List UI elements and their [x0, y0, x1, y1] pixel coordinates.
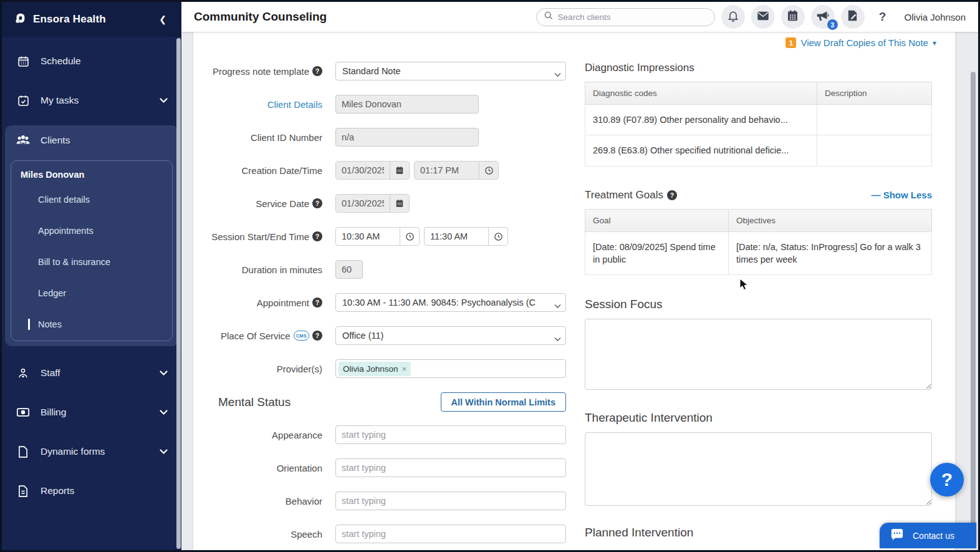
people-icon — [16, 133, 31, 147]
sidebar-item-appointments[interactable]: Appointments — [11, 223, 172, 238]
description-cell — [817, 135, 932, 166]
sidebar-item-ledger[interactable]: Ledger — [11, 286, 172, 301]
sidebar-item-notes[interactable]: Notes — [11, 317, 172, 332]
sidebar-item-label: Clients — [41, 135, 70, 146]
treatment-goals-header: Treatment Goals? — Show Less — [585, 189, 932, 201]
sidebar-item-billing[interactable]: Billing — [2, 398, 181, 427]
behavior-input[interactable] — [335, 491, 566, 510]
sidebar: Ensora Health ❮ Schedule My tasks — [2, 2, 181, 550]
help-icon[interactable]: ? — [312, 198, 322, 208]
chevron-down-icon — [554, 334, 561, 344]
session-end-field[interactable] — [424, 227, 508, 246]
all-within-normal-limits-button[interactable]: All Within Normal Limits — [441, 392, 566, 412]
sidebar-item-staff[interactable]: Staff — [2, 359, 181, 387]
appointment-value: 10:30 AM - 11:30 AM. 90845: Psychoanalys… — [342, 298, 536, 307]
duration-row: Duration in minutes — [193, 260, 567, 279]
calendar-icon[interactable] — [390, 195, 409, 212]
client-details-link[interactable]: Client Details — [267, 99, 322, 110]
contact-us-button[interactable]: Contact us — [880, 523, 976, 548]
client-panel-name: Miles Donovan — [11, 170, 172, 180]
search-input[interactable] — [558, 12, 708, 22]
template-value: Standard Note — [342, 66, 401, 76]
table-row[interactable]: 310.89 (F07.89) Other personality and be… — [585, 105, 932, 135]
document-edit-icon — [847, 9, 858, 24]
appearance-input[interactable] — [335, 425, 566, 444]
view-draft-copies-link[interactable]: 1 View Draft Copies of This Note ▾ — [785, 37, 936, 48]
session-end-input[interactable] — [425, 228, 488, 245]
session-time-row: Session Start/End Time? — [193, 227, 567, 246]
notes-edit-button[interactable] — [841, 5, 865, 29]
user-name[interactable]: Olivia Johnson — [905, 12, 966, 22]
appointment-select[interactable]: 10:30 AM - 11:30 AM. 90845: Psychoanalys… — [335, 293, 566, 312]
table-row[interactable]: 269.8 (E63.8) Other specified nutritiona… — [585, 135, 932, 166]
place-of-service-select[interactable]: Office (11) — [335, 326, 566, 345]
main-scrollbar[interactable] — [971, 72, 976, 546]
goal-cell: [Date: 08/09/2025] Spend time in public — [585, 231, 729, 275]
help-button[interactable]: ? — [871, 5, 895, 29]
sidebar-item-bill-to-insurance[interactable]: Bill to & insurance — [11, 254, 172, 269]
sidebar-item-reports[interactable]: Reports — [2, 477, 181, 505]
note-fields: Progress note template? Standard Note Cl… — [193, 62, 567, 552]
sidebar-item-dynamic-forms[interactable]: Dynamic forms — [2, 437, 181, 466]
client-details-row: Client Details — [193, 95, 567, 114]
clock-icon[interactable] — [400, 228, 419, 245]
remove-chip-icon[interactable]: × — [402, 364, 407, 374]
chevron-down-icon — [160, 449, 168, 455]
diagnostic-codes-column-header: Diagnostic codes — [585, 82, 817, 105]
sub-item-label: Appointments — [38, 226, 94, 236]
client-name-field — [335, 95, 479, 114]
sidebar-item-label: Reports — [41, 485, 74, 496]
template-select[interactable]: Standard Note — [335, 62, 566, 80]
mental-status-header: Mental Status All Within Normal Limits — [193, 392, 566, 412]
help-icon[interactable]: ? — [667, 190, 677, 200]
providers-tag-input[interactable]: Olivia Johnson × — [335, 359, 566, 378]
service-date-row: Service Date? — [193, 194, 567, 213]
session-focus-textarea[interactable] — [585, 319, 932, 390]
sidebar-item-clients[interactable]: Clients — [5, 125, 178, 155]
help-icon[interactable]: ? — [312, 231, 322, 241]
diagnostic-impressions-heading: Diagnostic Impressions — [585, 62, 932, 74]
clock-icon[interactable] — [488, 228, 507, 245]
client-id-label: Client ID Number — [251, 132, 322, 143]
session-start-field[interactable] — [335, 227, 420, 246]
pos-value: Office (11) — [342, 331, 383, 341]
place-of-service-row: Place Of ServiceCMS? Office (11) — [193, 326, 567, 345]
active-indicator — [28, 319, 30, 330]
orientation-input[interactable] — [335, 458, 566, 477]
notifications-button[interactable] — [721, 5, 745, 29]
sidebar-scrollbar[interactable] — [176, 38, 181, 549]
therapeutic-intervention-textarea[interactable] — [585, 432, 932, 506]
calendar-icon — [16, 55, 31, 68]
help-icon[interactable]: ? — [312, 331, 322, 341]
behavior-label: Behavior — [286, 496, 322, 506]
sub-item-label: Notes — [38, 319, 62, 329]
show-less-link[interactable]: — Show Less — [871, 190, 932, 200]
diagnostic-codes-table: Diagnostic codes Description 310.89 (F07… — [585, 82, 932, 167]
sidebar-collapse-button[interactable]: ❮ — [155, 13, 170, 26]
sidebar-item-my-tasks[interactable]: My tasks — [2, 86, 181, 115]
creation-label: Creation Date/Time — [242, 165, 323, 176]
help-fab-button[interactable]: ? — [930, 463, 964, 496]
table-row[interactable]: [Date: 08/09/2025] Spend time in public … — [585, 231, 932, 275]
search-box[interactable] — [536, 8, 715, 26]
objectives-column-header: Objectives — [729, 209, 932, 231]
announcements-button[interactable]: 3 — [811, 5, 835, 29]
sidebar-item-schedule[interactable]: Schedule — [2, 47, 181, 75]
sidebar-item-label: Schedule — [41, 56, 81, 67]
chevron-down-icon — [554, 301, 561, 311]
speech-input[interactable] — [335, 525, 566, 543]
session-start-input[interactable] — [336, 228, 400, 245]
calendar-button[interactable] — [781, 5, 805, 29]
orientation-row: Orientation — [193, 458, 567, 477]
main-area: Community Counseling 3 — [181, 2, 978, 550]
clock-icon[interactable] — [479, 162, 498, 179]
messages-button[interactable] — [751, 5, 775, 29]
creation-date-field — [335, 161, 410, 180]
draft-count-badge: 1 — [785, 37, 796, 48]
help-icon[interactable]: ? — [312, 298, 322, 307]
pos-label: Place Of Service — [221, 331, 291, 341]
calendar-icon[interactable] — [390, 162, 409, 179]
help-icon[interactable]: ? — [312, 66, 322, 76]
sidebar-item-client-details[interactable]: Client details — [11, 192, 172, 207]
diagnostic-code-cell: 310.89 (F07.89) Other personality and be… — [585, 105, 817, 135]
